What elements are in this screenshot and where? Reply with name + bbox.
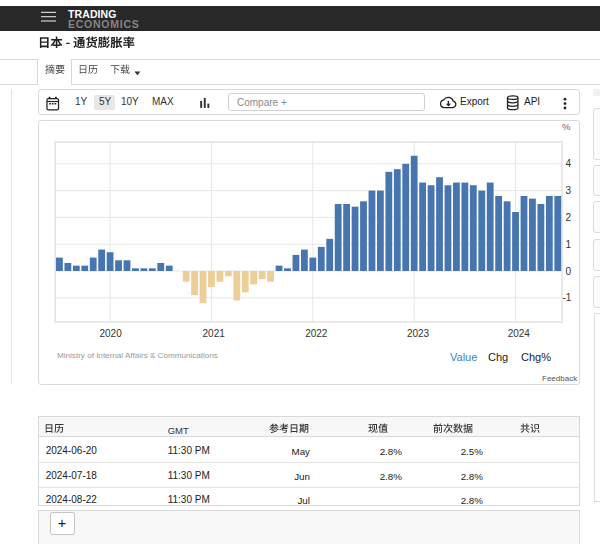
svg-text:2022: 2022 bbox=[305, 328, 328, 339]
svg-text:%: % bbox=[562, 121, 571, 132]
svg-text:2: 2 bbox=[566, 212, 572, 223]
svg-text:0: 0 bbox=[566, 266, 572, 277]
svg-text:-1: -1 bbox=[563, 292, 572, 303]
svg-text:2021: 2021 bbox=[203, 328, 226, 339]
svg-text:1: 1 bbox=[566, 239, 572, 250]
svg-text:2020: 2020 bbox=[99, 328, 122, 339]
svg-text:2023: 2023 bbox=[407, 328, 430, 339]
svg-text:4: 4 bbox=[566, 158, 572, 169]
svg-text:3: 3 bbox=[566, 185, 572, 196]
svg-text:2024: 2024 bbox=[508, 328, 531, 339]
